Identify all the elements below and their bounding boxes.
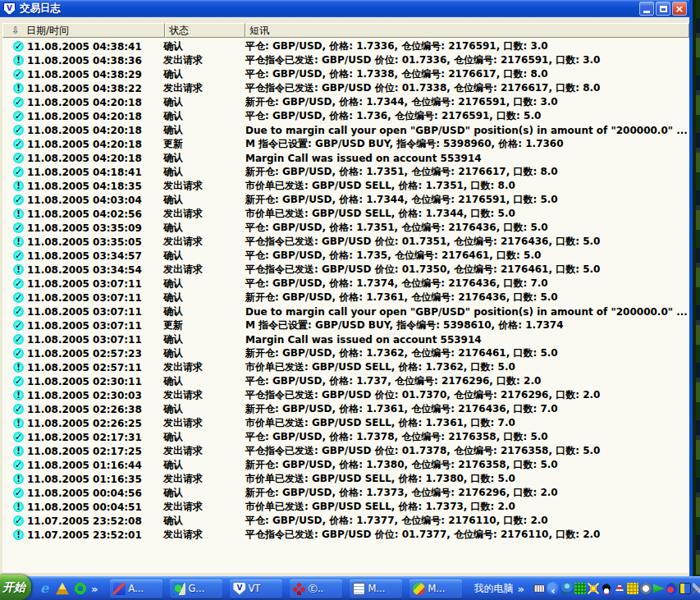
table-row[interactable]: ! 11.08.2005 00:04:51 发出请求 市价单已发送: GBP/U… xyxy=(2,500,689,514)
toolbar-overflow-chevron-icon[interactable]: » xyxy=(517,583,524,594)
minimize-button[interactable] xyxy=(639,2,654,16)
table-row[interactable]: ✓ 11.08.2005 02:17:31 确认 平仓: GBP/USD, 价格… xyxy=(2,430,689,444)
confirm-check-icon: ✓ xyxy=(13,69,24,80)
taskbar-button-label: G... xyxy=(188,583,204,594)
table-row[interactable]: ✓ 11.08.2005 02:30:11 确认 平仓: GBP/USD, 价格… xyxy=(2,374,689,388)
confirm-check-icon: ✓ xyxy=(13,153,24,163)
row-status: 发出请求 xyxy=(163,263,245,277)
taskbar-app-button[interactable]: M... xyxy=(350,579,402,598)
row-status: 确认 xyxy=(163,346,245,360)
table-row[interactable]: ! 11.08.2005 03:34:54 发出请求 平仓指令已发送: GBP/… xyxy=(2,263,689,277)
table-row[interactable]: ✓ 11.08.2005 03:07:11 确认 平仓: GBP/USD, 价格… xyxy=(2,277,689,291)
row-status: 确认 xyxy=(163,221,245,235)
table-row[interactable]: ! 11.08.2005 04:38:36 发出请求 平仓指令已发送: GBP/… xyxy=(2,53,689,67)
green-arrow-icon[interactable] xyxy=(653,583,665,594)
taskbar-app-button[interactable]: Ⓔ.. xyxy=(290,579,342,598)
table-row[interactable]: ✓ 11.07.2005 23:52:08 确认 平仓: GBP/USD, 价格… xyxy=(2,514,689,528)
confirm-check-icon: ✓ xyxy=(13,139,24,149)
table-row[interactable]: ✓ 11.08.2005 01:16:44 确认 新开仓: GBP/USD, 价… xyxy=(2,458,689,472)
table-row[interactable]: ✓ 11.08.2005 03:07:11 确认 Margin Call was… xyxy=(2,332,689,346)
table-row[interactable]: ✓ 11.08.2005 04:03:04 确认 新开仓: GBP/USD, 价… xyxy=(2,193,689,207)
table-row[interactable]: ✓ 11.08.2005 04:38:41 确认 平仓: GBP/USD, 价格… xyxy=(2,39,689,53)
my-computer-toolbar-label[interactable]: 我的电脑 xyxy=(474,582,513,596)
table-row[interactable]: ! 11.08.2005 04:02:56 发出请求 市价单已发送: GBP/U… xyxy=(2,207,689,221)
column-header-status[interactable]: 状态 xyxy=(165,23,245,38)
table-row[interactable]: ✓ 11.08.2005 04:20:18 确认 新开仓: GBP/USD, 价… xyxy=(2,95,689,109)
row-status: 确认 xyxy=(163,109,245,123)
close-button[interactable]: × xyxy=(672,2,687,16)
row-datetime: 11.08.2005 02:30:03 xyxy=(27,390,163,401)
table-row[interactable]: ✓ 11.08.2005 04:38:29 确认 平仓: GBP/USD, 价格… xyxy=(2,67,689,81)
row-datetime: 11.08.2005 02:57:11 xyxy=(27,362,163,373)
taskbar-app-button[interactable]: G... xyxy=(170,579,222,598)
column-header-message-label: 短讯 xyxy=(249,24,269,38)
taskbar-app-button[interactable]: M... xyxy=(409,579,462,598)
row-status: 确认 xyxy=(163,165,245,179)
log-list: ⇩ 日期/时间 状态 短讯 ✓ 11.08.2005 04:38:41 确认 平… xyxy=(2,23,689,573)
stock-grid-icon[interactable] xyxy=(574,583,586,594)
table-row[interactable]: ! 11.08.2005 04:18:35 发出请求 市价单已发送: GBP/U… xyxy=(2,179,689,193)
language-bar-icon[interactable] xyxy=(547,582,560,595)
row-message: 平仓指令已发送: GBP/USD 价位: 01.7338, 仓位编号: 2176… xyxy=(245,81,689,95)
quick-launch-overflow-chevron-icon[interactable]: » xyxy=(91,583,98,594)
request-exclamation-icon: ! xyxy=(13,208,24,219)
row-status: 确认 xyxy=(163,305,245,318)
row-status: 发出请求 xyxy=(163,472,245,486)
table-row[interactable]: ✓ 11.08.2005 03:07:11 确认 新开仓: GBP/USD, 价… xyxy=(2,291,689,305)
daemon-triangle-icon[interactable] xyxy=(56,582,69,595)
request-exclamation-icon: ! xyxy=(13,474,24,484)
confirm-check-icon: ✓ xyxy=(13,348,24,359)
table-row[interactable]: ✓ 11.08.2005 02:26:38 确认 新开仓: GBP/USD, 价… xyxy=(2,402,689,416)
request-exclamation-icon: ! xyxy=(13,264,24,275)
yellow-grid-icon[interactable] xyxy=(627,583,638,594)
table-row[interactable]: ✓ 11.08.2005 03:34:57 确认 平仓: GBP/USD, 价格… xyxy=(2,249,689,263)
swirl-icon[interactable] xyxy=(666,583,678,594)
table-row[interactable]: ! 11.08.2005 01:16:35 发出请求 市价单已发送: GBP/U… xyxy=(2,472,689,486)
table-row[interactable]: ! 11.08.2005 02:26:25 发出请求 市价单已发送: GBP/U… xyxy=(2,416,689,430)
request-exclamation-icon: ! xyxy=(13,55,24,66)
table-row[interactable]: ✓ 11.08.2005 03:07:11 确认 Due to margin c… xyxy=(2,305,689,318)
row-message: 平仓: GBP/USD, 价格: 1.736, 仓位编号: 2176591, 口… xyxy=(245,109,689,123)
red-cluster-icon xyxy=(293,583,305,595)
confirm-check-icon: ✓ xyxy=(13,515,24,526)
table-row[interactable]: ✓ 11.08.2005 04:20:18 更新 M 指令已设置: GBP/US… xyxy=(2,137,689,151)
table-row[interactable]: ✓ 11.08.2005 03:07:11 更新 M 指令已设置: GBP/US… xyxy=(2,318,689,332)
split-color-icon[interactable] xyxy=(679,583,691,594)
request-exclamation-icon: ! xyxy=(13,390,24,401)
table-row[interactable]: ✓ 11.08.2005 00:04:56 确认 新开仓: GBP/USD, 价… xyxy=(2,486,689,500)
sync-icon[interactable] xyxy=(74,582,87,595)
start-button[interactable]: 开始 xyxy=(0,575,31,600)
confirm-check-icon: ✓ xyxy=(13,41,24,52)
table-row[interactable]: ✓ 11.08.2005 04:20:18 确认 平仓: GBP/USD, 价格… xyxy=(2,109,689,123)
table-row[interactable]: ! 11.08.2005 04:38:22 发出请求 平仓指令已发送: GBP/… xyxy=(2,81,689,95)
table-row[interactable]: ! 11.08.2005 02:17:25 发出请求 平仓指令已发送: GBP/… xyxy=(2,444,689,458)
table-row[interactable]: ! 11.08.2005 02:30:03 发出请求 平仓指令已发送: GBP/… xyxy=(2,388,689,402)
table-row[interactable]: ✓ 11.08.2005 04:18:41 确认 新开仓: GBP/USD, 价… xyxy=(2,165,689,179)
taskbar-app-button[interactable]: A... xyxy=(110,579,162,598)
column-header-message[interactable]: 短讯 xyxy=(245,23,689,38)
maximize-button[interactable] xyxy=(656,2,670,16)
column-header-datetime[interactable]: ⇩ 日期/时间 xyxy=(2,23,165,38)
internet-explorer-icon[interactable] xyxy=(38,582,51,595)
table-row[interactable]: ✓ 11.08.2005 04:20:18 确认 Due to margin c… xyxy=(2,123,689,137)
table-row[interactable]: ✓ 11.08.2005 02:57:23 确认 新开仓: GBP/USD, 价… xyxy=(2,346,689,360)
table-row[interactable]: ✓ 11.08.2005 04:20:18 确认 Margin Call was… xyxy=(2,151,689,165)
keyboard-icon[interactable] xyxy=(533,584,545,593)
sword-icon[interactable] xyxy=(693,583,700,594)
firework-icon[interactable] xyxy=(588,583,599,594)
table-row[interactable]: ! 11.07.2005 23:52:01 发出请求 平仓指令已发送: GBP/… xyxy=(2,528,689,542)
taskbar-button-label: Ⓔ.. xyxy=(308,583,323,595)
table-row[interactable]: ✓ 11.08.2005 03:35:09 确认 平仓: GBP/USD, 价格… xyxy=(2,221,689,235)
titlebar[interactable]: V 交易日志 × xyxy=(0,0,689,17)
table-row[interactable]: ! 11.08.2005 03:35:05 发出请求 平仓指令已发送: GBP/… xyxy=(2,235,689,249)
gauge-icon[interactable] xyxy=(640,583,652,594)
sort-descending-icon: ⇩ xyxy=(11,25,20,36)
messenger-icon[interactable] xyxy=(561,583,573,594)
qq-icon[interactable] xyxy=(601,583,612,594)
table-row[interactable]: ! 11.08.2005 02:57:11 发出请求 市价单已发送: GBP/U… xyxy=(2,360,689,374)
taskbar-app-button[interactable]: VT xyxy=(230,579,282,598)
confirm-check-icon: ✓ xyxy=(13,97,24,108)
pagoda-icon[interactable] xyxy=(614,583,625,594)
globe-icon xyxy=(173,583,185,595)
row-message: 平仓: GBP/USD, 价格: 1.735, 仓位编号: 2176461, 口… xyxy=(245,249,689,263)
